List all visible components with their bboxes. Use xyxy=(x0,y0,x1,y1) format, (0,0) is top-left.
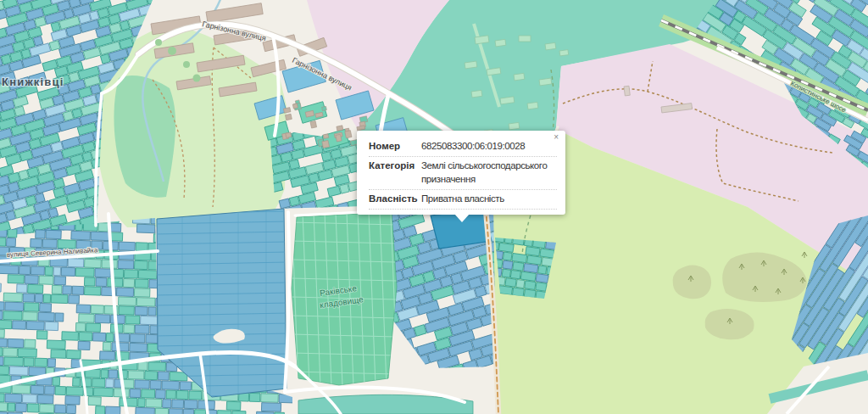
parcel[interactable] xyxy=(110,315,125,323)
parcel[interactable] xyxy=(261,394,279,403)
parcel[interactable] xyxy=(38,312,54,321)
parcel[interactable] xyxy=(135,325,149,333)
parcel[interactable] xyxy=(91,232,109,241)
parcel[interactable] xyxy=(0,394,4,402)
parcel[interactable] xyxy=(130,334,145,343)
parcel[interactable] xyxy=(76,305,91,313)
parcel[interactable] xyxy=(135,306,147,315)
parcel[interactable] xyxy=(217,411,231,414)
parcel[interactable] xyxy=(35,294,42,302)
parcel[interactable] xyxy=(134,288,150,297)
parcel[interactable] xyxy=(46,230,61,238)
parcel[interactable] xyxy=(513,262,524,271)
parcel[interactable] xyxy=(84,277,95,286)
parcel[interactable] xyxy=(0,238,6,246)
parcel[interactable] xyxy=(138,270,157,279)
parcel[interactable] xyxy=(172,400,184,408)
parcel[interactable] xyxy=(0,366,9,374)
parcel[interactable] xyxy=(71,231,91,240)
parcel[interactable] xyxy=(23,294,35,302)
parcel[interactable] xyxy=(3,293,22,302)
parcel[interactable] xyxy=(95,268,111,277)
parcel[interactable] xyxy=(43,294,50,303)
parcel[interactable] xyxy=(124,270,137,278)
parcel[interactable] xyxy=(120,398,137,407)
parcel[interactable] xyxy=(141,316,158,324)
parcel[interactable] xyxy=(82,152,92,162)
parcel[interactable] xyxy=(106,333,114,342)
parcel[interactable] xyxy=(184,400,198,408)
parcel[interactable] xyxy=(136,407,155,414)
parcel[interactable] xyxy=(148,362,166,372)
parcel[interactable] xyxy=(289,159,299,170)
parcel[interactable] xyxy=(66,405,75,413)
parcel[interactable] xyxy=(169,409,182,414)
parcel[interactable] xyxy=(3,311,22,321)
parcel[interactable] xyxy=(52,285,62,294)
parcel[interactable] xyxy=(163,400,171,408)
parcel[interactable] xyxy=(118,297,136,306)
parcel[interactable] xyxy=(39,276,53,284)
parcel[interactable] xyxy=(31,238,42,247)
parcel[interactable] xyxy=(15,403,26,411)
parcel[interactable] xyxy=(249,393,260,401)
parcel[interactable] xyxy=(22,394,36,403)
parcel[interactable] xyxy=(48,208,58,218)
parcel[interactable] xyxy=(40,210,50,221)
parcel[interactable] xyxy=(136,224,155,233)
parcel[interactable] xyxy=(54,405,65,413)
parcel[interactable] xyxy=(0,356,3,365)
parcel[interactable] xyxy=(524,264,538,273)
parcel[interactable] xyxy=(45,266,53,275)
parcel[interactable] xyxy=(69,295,80,304)
parcel[interactable] xyxy=(135,279,148,288)
parcel[interactable] xyxy=(53,377,60,385)
parcel[interactable] xyxy=(36,331,47,339)
parcel[interactable] xyxy=(536,283,547,292)
parcel[interactable] xyxy=(135,380,150,389)
parcel[interactable] xyxy=(91,84,101,94)
parcel[interactable] xyxy=(21,49,31,59)
parcel[interactable] xyxy=(101,370,108,378)
parcel[interactable] xyxy=(95,315,110,323)
parcel[interactable] xyxy=(23,312,38,321)
parcel[interactable] xyxy=(0,329,4,338)
parcel[interactable] xyxy=(158,372,169,380)
parcel[interactable] xyxy=(55,386,66,394)
parcel[interactable] xyxy=(79,314,95,322)
parcel[interactable] xyxy=(96,406,105,414)
parcel[interactable] xyxy=(54,277,66,285)
parcel[interactable] xyxy=(180,382,191,390)
parcel[interactable] xyxy=(27,404,39,412)
parcel[interactable] xyxy=(5,302,24,311)
parcel[interactable] xyxy=(45,386,55,394)
parcel[interactable] xyxy=(92,333,105,341)
parcel[interactable] xyxy=(8,338,24,347)
parcel[interactable] xyxy=(28,284,43,293)
parcel[interactable] xyxy=(25,275,38,283)
parcel[interactable] xyxy=(42,239,57,248)
parcel[interactable] xyxy=(0,310,3,319)
parcel[interactable] xyxy=(526,247,540,256)
parcel[interactable] xyxy=(166,390,176,399)
parcel[interactable] xyxy=(35,358,47,366)
parcel[interactable] xyxy=(538,266,547,274)
parcel[interactable] xyxy=(503,260,513,269)
parcel[interactable] xyxy=(502,269,511,277)
parcel[interactable] xyxy=(146,334,159,343)
parcel[interactable] xyxy=(536,274,548,283)
parcel[interactable] xyxy=(510,270,520,278)
parcel[interactable] xyxy=(7,238,16,246)
parcel[interactable] xyxy=(3,348,18,356)
parcel[interactable] xyxy=(108,278,123,287)
parcel[interactable] xyxy=(98,223,108,232)
parcel[interactable] xyxy=(226,401,241,410)
parcel[interactable] xyxy=(516,279,525,288)
parcel[interactable] xyxy=(232,411,246,414)
parcel[interactable] xyxy=(61,267,75,276)
parcel[interactable] xyxy=(64,8,74,19)
parcel[interactable] xyxy=(176,390,188,399)
parcel[interactable] xyxy=(51,350,66,358)
parcel[interactable] xyxy=(155,389,165,398)
popup-close-button[interactable]: × xyxy=(554,133,559,142)
